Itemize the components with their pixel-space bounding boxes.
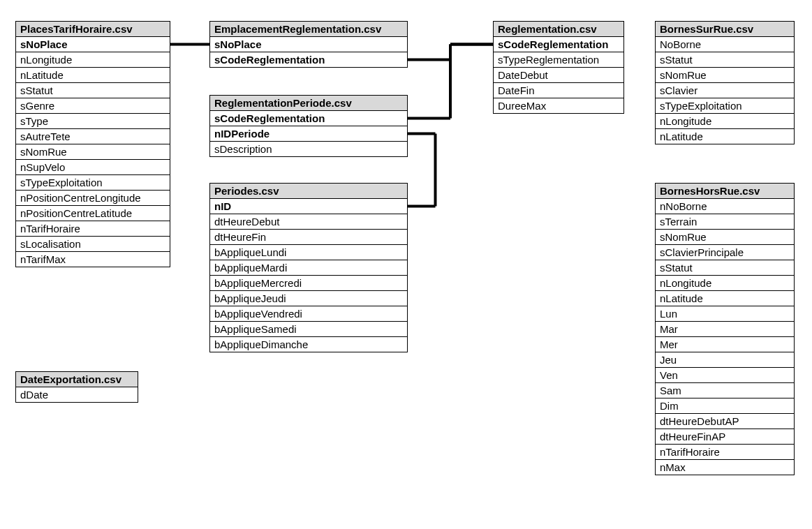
field-nMax: nMax xyxy=(656,460,795,475)
field-sTerrain: sTerrain xyxy=(656,214,795,230)
field-sNoPlace: sNoPlace xyxy=(16,37,170,52)
field-DureeMax: DureeMax xyxy=(494,98,624,114)
field-nSupVelo: nSupVelo xyxy=(16,160,170,175)
entity-title: Periodes.csv xyxy=(210,184,408,199)
field-sType: sType xyxy=(16,114,170,129)
field-sNoPlace: sNoPlace xyxy=(210,37,408,52)
field-sStatut: sStatut xyxy=(16,83,170,98)
field-Mar: Mar xyxy=(656,322,795,337)
entity-reglementation: Reglementation.csvsCodeReglementationsTy… xyxy=(493,21,624,114)
field-nLatitude: nLatitude xyxy=(656,291,795,306)
field-bAppliqueJeudi: bAppliqueJeudi xyxy=(210,291,408,306)
field-sNomRue: sNomRue xyxy=(16,144,170,160)
entity-reglementationPeriode: ReglementationPeriode.csvsCodeReglementa… xyxy=(209,95,408,157)
entity-periodes: Periodes.csvnIDdtHeureDebutdtHeureFinbAp… xyxy=(209,183,408,352)
field-sGenre: sGenre xyxy=(16,98,170,114)
entity-title: BornesHorsRue.csv xyxy=(656,184,795,199)
field-sNomRue: sNomRue xyxy=(656,68,795,83)
field-bAppliqueVendredi: bAppliqueVendredi xyxy=(210,306,408,322)
field-sDescription: sDescription xyxy=(210,142,408,157)
field-sLocalisation: sLocalisation xyxy=(16,237,170,252)
field-dtHeureFinAP: dtHeureFinAP xyxy=(656,429,795,445)
field-DateFin: DateFin xyxy=(494,83,624,98)
field-nLongitude: nLongitude xyxy=(656,276,795,291)
field-nLongitude: nLongitude xyxy=(656,114,795,129)
field-Mer: Mer xyxy=(656,337,795,352)
field-nLongitude: nLongitude xyxy=(16,52,170,68)
field-sStatut: sStatut xyxy=(656,260,795,276)
field-sClavierPrincipale: sClavierPrincipale xyxy=(656,245,795,260)
entity-dateExportation: DateExportation.csvdDate xyxy=(15,371,138,403)
field-bAppliqueSamedi: bAppliqueSamedi xyxy=(210,322,408,337)
field-Ven: Ven xyxy=(656,368,795,383)
field-Lun: Lun xyxy=(656,306,795,322)
field-Sam: Sam xyxy=(656,383,795,398)
entity-bornesHorsRue: BornesHorsRue.csvnNoBornesTerrainsNomRue… xyxy=(655,183,795,475)
field-nTarifMax: nTarifMax xyxy=(16,252,170,267)
field-Dim: Dim xyxy=(656,398,795,414)
field-nTarifHoraire: nTarifHoraire xyxy=(16,221,170,237)
entity-title: Reglementation.csv xyxy=(494,22,624,37)
entity-title: DateExportation.csv xyxy=(16,372,138,387)
field-dtHeureDebut: dtHeureDebut xyxy=(210,214,408,230)
field-sNomRue: sNomRue xyxy=(656,230,795,245)
field-sCodeReglementation: sCodeReglementation xyxy=(210,111,408,126)
field-dtHeureFin: dtHeureFin xyxy=(210,230,408,245)
field-sClavier: sClavier xyxy=(656,83,795,98)
field-bAppliqueMercredi: bAppliqueMercredi xyxy=(210,276,408,291)
field-nID: nID xyxy=(210,199,408,214)
field-bAppliqueMardi: bAppliqueMardi xyxy=(210,260,408,276)
field-bAppliqueLundi: bAppliqueLundi xyxy=(210,245,408,260)
entity-title: BornesSurRue.csv xyxy=(656,22,795,37)
field-DateDebut: DateDebut xyxy=(494,68,624,83)
field-sTypeExploitation: sTypeExploitation xyxy=(16,175,170,191)
field-sTypeExploitation: sTypeExploitation xyxy=(656,98,795,114)
field-sTypeReglementation: sTypeReglementation xyxy=(494,52,624,68)
field-Jeu: Jeu xyxy=(656,352,795,368)
field-sCodeReglementation: sCodeReglementation xyxy=(494,37,624,52)
field-nPositionCentreLongitude: nPositionCentreLongitude xyxy=(16,191,170,206)
field-sStatut: sStatut xyxy=(656,52,795,68)
entity-placesTarifHoraire: PlacesTarifHoraire.csvsNoPlacenLongitude… xyxy=(15,21,170,267)
field-nTarifHoraire: nTarifHoraire xyxy=(656,445,795,460)
field-nNoBorne: nNoBorne xyxy=(656,199,795,214)
entity-bornesSurRue: BornesSurRue.csvNoBornesStatutsNomRuesCl… xyxy=(655,21,795,144)
field-nIDPeriode: nIDPeriode xyxy=(210,126,408,142)
entity-title: EmplacementReglementation.csv xyxy=(210,22,408,37)
field-dDate: dDate xyxy=(16,387,138,403)
field-NoBorne: NoBorne xyxy=(656,37,795,52)
field-sCodeReglementation: sCodeReglementation xyxy=(210,52,408,68)
field-nLatitude: nLatitude xyxy=(656,129,795,144)
field-dtHeureDebutAP: dtHeureDebutAP xyxy=(656,414,795,429)
entity-emplacementReglementation: EmplacementReglementation.csvsNoPlacesCo… xyxy=(209,21,408,68)
entity-title: PlacesTarifHoraire.csv xyxy=(16,22,170,37)
field-bAppliqueDimanche: bAppliqueDimanche xyxy=(210,337,408,352)
field-nPositionCentreLatitude: nPositionCentreLatitude xyxy=(16,206,170,221)
field-nLatitude: nLatitude xyxy=(16,68,170,83)
field-sAutreTete: sAutreTete xyxy=(16,129,170,144)
entity-title: ReglementationPeriode.csv xyxy=(210,96,408,111)
